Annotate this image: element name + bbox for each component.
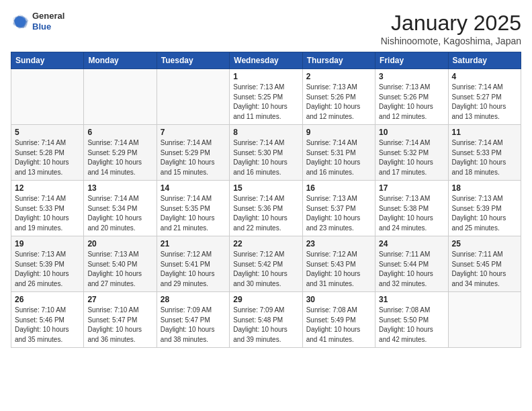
page-header: General Blue January 2025 Nishinoomote, … — [11, 11, 521, 46]
calendar-table: SundayMondayTuesdayWednesdayThursdayFrid… — [11, 52, 521, 348]
weekday-header: Saturday — [448, 52, 521, 69]
day-info: Sunrise: 7:13 AM Sunset: 5:37 PM Dayligh… — [306, 194, 371, 233]
day-info: Sunrise: 7:08 AM Sunset: 5:50 PM Dayligh… — [379, 306, 444, 345]
calendar-cell: 20Sunrise: 7:13 AM Sunset: 5:40 PM Dayli… — [84, 236, 157, 292]
calendar-cell — [84, 69, 157, 125]
day-info: Sunrise: 7:13 AM Sunset: 5:39 PM Dayligh… — [15, 250, 80, 289]
day-number: 6 — [87, 128, 152, 137]
day-number: 13 — [87, 183, 152, 193]
calendar-header: SundayMondayTuesdayWednesdayThursdayFrid… — [11, 52, 521, 69]
calendar-cell: 12Sunrise: 7:14 AM Sunset: 5:33 PM Dayli… — [11, 181, 84, 236]
day-number: 14 — [161, 183, 226, 193]
weekday-header: Monday — [84, 52, 157, 69]
day-number: 4 — [452, 72, 517, 81]
calendar-cell: 31Sunrise: 7:08 AM Sunset: 5:50 PM Dayli… — [375, 292, 448, 348]
calendar-cell: 22Sunrise: 7:12 AM Sunset: 5:42 PM Dayli… — [230, 236, 302, 292]
day-info: Sunrise: 7:11 AM Sunset: 5:45 PM Dayligh… — [452, 250, 517, 289]
day-number: 30 — [306, 295, 371, 304]
day-info: Sunrise: 7:08 AM Sunset: 5:49 PM Dayligh… — [306, 306, 371, 345]
day-info: Sunrise: 7:14 AM Sunset: 5:33 PM Dayligh… — [452, 138, 517, 177]
day-number: 23 — [306, 239, 371, 248]
day-info: Sunrise: 7:14 AM Sunset: 5:29 PM Dayligh… — [161, 138, 226, 177]
calendar-cell: 25Sunrise: 7:11 AM Sunset: 5:45 PM Dayli… — [448, 236, 521, 292]
calendar-cell: 26Sunrise: 7:10 AM Sunset: 5:46 PM Dayli… — [11, 292, 84, 348]
day-info: Sunrise: 7:13 AM Sunset: 5:39 PM Dayligh… — [452, 194, 517, 233]
day-number: 12 — [15, 183, 80, 193]
logo: General Blue — [11, 11, 64, 32]
day-info: Sunrise: 7:13 AM Sunset: 5:26 PM Dayligh… — [306, 83, 371, 122]
calendar-week-row: 1Sunrise: 7:13 AM Sunset: 5:25 PM Daylig… — [11, 69, 521, 125]
day-number: 29 — [233, 295, 298, 304]
calendar-subtitle: Nishinoomote, Kagoshima, Japan — [381, 36, 521, 46]
day-info: Sunrise: 7:13 AM Sunset: 5:38 PM Dayligh… — [379, 194, 444, 233]
day-info: Sunrise: 7:14 AM Sunset: 5:36 PM Dayligh… — [233, 194, 298, 233]
day-info: Sunrise: 7:14 AM Sunset: 5:30 PM Dayligh… — [233, 138, 298, 177]
day-number: 19 — [15, 239, 80, 248]
calendar-cell: 9Sunrise: 7:14 AM Sunset: 5:31 PM Daylig… — [302, 125, 375, 181]
day-number: 28 — [161, 295, 226, 304]
calendar-week-row: 5Sunrise: 7:14 AM Sunset: 5:28 PM Daylig… — [11, 125, 521, 181]
calendar-cell: 29Sunrise: 7:09 AM Sunset: 5:48 PM Dayli… — [230, 292, 302, 348]
calendar-week-row: 19Sunrise: 7:13 AM Sunset: 5:39 PM Dayli… — [11, 236, 521, 292]
day-info: Sunrise: 7:12 AM Sunset: 5:43 PM Dayligh… — [306, 250, 371, 289]
day-number: 9 — [306, 128, 371, 137]
calendar-cell: 10Sunrise: 7:14 AM Sunset: 5:32 PM Dayli… — [375, 125, 448, 181]
day-info: Sunrise: 7:14 AM Sunset: 5:31 PM Dayligh… — [306, 138, 371, 177]
calendar-cell: 23Sunrise: 7:12 AM Sunset: 5:43 PM Dayli… — [302, 236, 375, 292]
calendar-cell: 11Sunrise: 7:14 AM Sunset: 5:33 PM Dayli… — [448, 125, 521, 181]
calendar-cell: 7Sunrise: 7:14 AM Sunset: 5:29 PM Daylig… — [157, 125, 229, 181]
calendar-cell: 27Sunrise: 7:10 AM Sunset: 5:47 PM Dayli… — [84, 292, 157, 348]
day-number: 18 — [452, 183, 517, 193]
calendar-cell: 5Sunrise: 7:14 AM Sunset: 5:28 PM Daylig… — [11, 125, 84, 181]
day-info: Sunrise: 7:09 AM Sunset: 5:48 PM Dayligh… — [233, 306, 298, 345]
day-info: Sunrise: 7:14 AM Sunset: 5:34 PM Dayligh… — [87, 194, 152, 233]
day-number: 11 — [452, 128, 517, 137]
calendar-cell — [157, 69, 229, 125]
day-info: Sunrise: 7:14 AM Sunset: 5:35 PM Dayligh… — [161, 194, 226, 233]
day-info: Sunrise: 7:13 AM Sunset: 5:26 PM Dayligh… — [379, 83, 444, 122]
calendar-body: 1Sunrise: 7:13 AM Sunset: 5:25 PM Daylig… — [11, 69, 521, 348]
day-number: 17 — [379, 183, 444, 193]
day-info: Sunrise: 7:09 AM Sunset: 5:47 PM Dayligh… — [161, 306, 226, 345]
calendar-cell: 21Sunrise: 7:12 AM Sunset: 5:41 PM Dayli… — [157, 236, 229, 292]
day-number: 10 — [379, 128, 444, 137]
calendar-cell: 24Sunrise: 7:11 AM Sunset: 5:44 PM Dayli… — [375, 236, 448, 292]
calendar-cell: 14Sunrise: 7:14 AM Sunset: 5:35 PM Dayli… — [157, 181, 229, 236]
day-info: Sunrise: 7:13 AM Sunset: 5:25 PM Dayligh… — [233, 83, 298, 122]
calendar-cell: 2Sunrise: 7:13 AM Sunset: 5:26 PM Daylig… — [302, 69, 375, 125]
weekday-header: Sunday — [11, 52, 84, 69]
weekday-header: Friday — [375, 52, 448, 69]
day-number: 21 — [161, 239, 226, 248]
calendar-cell: 3Sunrise: 7:13 AM Sunset: 5:26 PM Daylig… — [375, 69, 448, 125]
logo-blue: Blue — [32, 21, 64, 32]
logo-text: General Blue — [32, 11, 64, 32]
day-info: Sunrise: 7:14 AM Sunset: 5:29 PM Dayligh… — [87, 138, 152, 177]
calendar-cell: 18Sunrise: 7:13 AM Sunset: 5:39 PM Dayli… — [448, 181, 521, 236]
calendar-cell: 30Sunrise: 7:08 AM Sunset: 5:49 PM Dayli… — [302, 292, 375, 348]
day-number: 16 — [306, 183, 371, 193]
calendar-cell — [448, 292, 521, 348]
calendar-cell: 1Sunrise: 7:13 AM Sunset: 5:25 PM Daylig… — [230, 69, 302, 125]
day-info: Sunrise: 7:12 AM Sunset: 5:41 PM Dayligh… — [161, 250, 226, 289]
calendar-cell: 17Sunrise: 7:13 AM Sunset: 5:38 PM Dayli… — [375, 181, 448, 236]
day-number: 7 — [161, 128, 226, 137]
day-number: 1 — [233, 72, 298, 81]
day-number: 26 — [15, 295, 80, 304]
day-info: Sunrise: 7:14 AM Sunset: 5:27 PM Dayligh… — [452, 83, 517, 122]
weekday-row: SundayMondayTuesdayWednesdayThursdayFrid… — [11, 52, 521, 69]
day-info: Sunrise: 7:13 AM Sunset: 5:40 PM Dayligh… — [87, 250, 152, 289]
calendar-cell — [11, 69, 84, 125]
calendar-week-row: 12Sunrise: 7:14 AM Sunset: 5:33 PM Dayli… — [11, 181, 521, 236]
weekday-header: Wednesday — [230, 52, 302, 69]
day-info: Sunrise: 7:14 AM Sunset: 5:32 PM Dayligh… — [379, 138, 444, 177]
calendar-cell: 4Sunrise: 7:14 AM Sunset: 5:27 PM Daylig… — [448, 69, 521, 125]
day-info: Sunrise: 7:10 AM Sunset: 5:47 PM Dayligh… — [87, 306, 152, 345]
day-number: 22 — [233, 239, 298, 248]
logo-icon — [11, 12, 30, 31]
day-number: 31 — [379, 295, 444, 304]
calendar-cell: 19Sunrise: 7:13 AM Sunset: 5:39 PM Dayli… — [11, 236, 84, 292]
day-info: Sunrise: 7:11 AM Sunset: 5:44 PM Dayligh… — [379, 250, 444, 289]
title-block: January 2025 Nishinoomote, Kagoshima, Ja… — [381, 11, 521, 46]
day-number: 5 — [15, 128, 80, 137]
day-number: 24 — [379, 239, 444, 248]
